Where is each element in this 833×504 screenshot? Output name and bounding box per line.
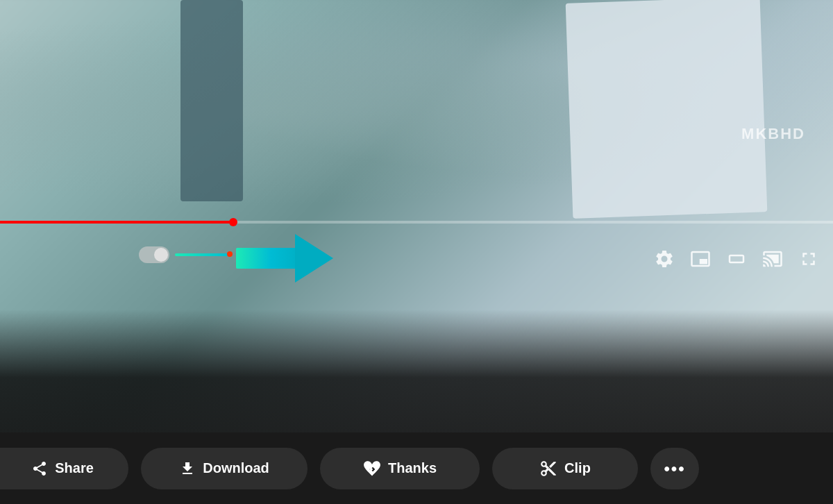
miniplayer-icon[interactable] [690, 249, 711, 269]
bg-object-vertical [180, 0, 243, 201]
download-label: Download [203, 460, 269, 476]
clip-label: Clip [564, 460, 591, 476]
more-button[interactable]: ••• [650, 448, 699, 489]
more-label: ••• [664, 459, 685, 478]
clip-icon [539, 460, 557, 478]
video-player: MKBHD [0, 0, 833, 504]
share-button[interactable]: Share [0, 448, 128, 489]
settings-icon[interactable] [654, 249, 675, 269]
thanks-button[interactable]: Thanks [320, 448, 480, 489]
thanks-label: Thanks [388, 460, 437, 476]
cast-icon[interactable] [762, 249, 783, 269]
download-button[interactable]: Download [141, 448, 308, 489]
thanks-icon [363, 460, 381, 478]
share-label: Share [55, 460, 94, 476]
arrow-head [295, 234, 333, 283]
volume-bar[interactable] [175, 253, 230, 256]
progress-fill [0, 221, 233, 224]
fullscreen-icon[interactable] [798, 249, 819, 269]
next-arrow[interactable] [236, 230, 340, 286]
volume-toggle[interactable] [139, 246, 169, 263]
share-icon [31, 460, 48, 477]
volume-area [139, 246, 230, 263]
right-controls [654, 249, 819, 269]
theater-mode-icon[interactable] [726, 249, 747, 269]
clip-button[interactable]: Clip [492, 448, 638, 489]
channel-watermark: MKBHD [741, 125, 805, 143]
action-buttons-bar: Share Download Thanks Clip ••• [0, 432, 833, 504]
volume-dot [227, 251, 233, 257]
progress-thumb [229, 218, 237, 226]
progress-bar[interactable] [0, 221, 833, 224]
bg-object-paper [566, 0, 768, 219]
volume-toggle-knob [154, 248, 168, 262]
download-icon [179, 460, 196, 477]
